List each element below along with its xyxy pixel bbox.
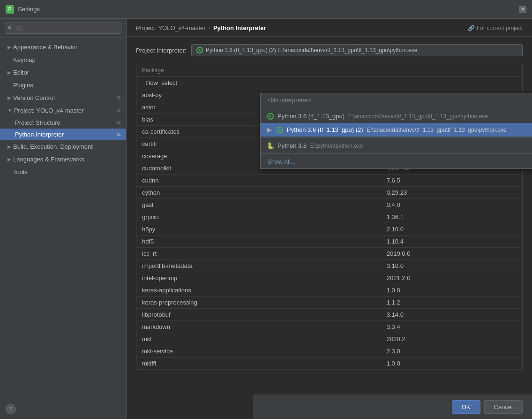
sidebar-item-languages[interactable]: ▶ Languages & Frameworks	[0, 153, 126, 166]
py36-2-label: Python 3.6 (tf_1.13_gpu) (2) E:\anaconda…	[287, 126, 506, 133]
sidebar-item-editor[interactable]: ▶ Editor	[0, 66, 126, 79]
package-name: mkl	[136, 333, 381, 345]
sidebar-item-label: Plugins	[13, 82, 33, 89]
table-row: _tflow_select	[136, 77, 522, 89]
table-row: h5py2.10.0	[136, 223, 522, 236]
breadcrumb-parent: Project: YOLO_v4-master	[136, 24, 206, 31]
table-row: intel-openmp2021.2.0	[136, 272, 522, 284]
sidebar-bottom: ?	[0, 399, 126, 419]
arrow-icon: ▶	[7, 95, 11, 100]
sidebar-item-label: Build, Execution, Deployment	[13, 143, 93, 150]
copy-icon: ⧉	[117, 107, 120, 114]
app-icon: P	[6, 5, 14, 14]
py36-1-label: Python 3.6 (tf_1.13_gpu) E:\anaconda3\en…	[277, 113, 488, 120]
copy-icon: ⧉	[117, 95, 120, 101]
py38-label: Python 3.8 E:\python\python.exe	[277, 142, 363, 149]
interpreter-status-icon	[196, 47, 203, 53]
interpreter-dropdown[interactable]: Python 3.6 (tf_1.13_gpu) (2) E:\anaconda…	[191, 44, 523, 56]
package-name: keras-applications	[136, 284, 381, 297]
package-name: libprotobuf	[136, 309, 381, 321]
sidebar-item-keymap[interactable]: ▶ Keymap	[0, 53, 126, 66]
sidebar-item-label: Appearance & Behavior	[13, 44, 77, 51]
breadcrumb-separator: ›	[209, 24, 210, 31]
sidebar-item-label: Python Interpreter	[15, 131, 64, 138]
package-name: gast	[136, 199, 381, 211]
show-all-button[interactable]: Show All...	[261, 155, 532, 168]
copy-icon: ⧉	[117, 120, 120, 126]
package-name: intel-openmp	[136, 272, 381, 284]
package-version: 0.4.0	[381, 199, 522, 211]
app-title: Settings	[18, 6, 40, 13]
package-version: 1.10.4	[381, 236, 522, 248]
table-row: markdown3.3.4	[136, 321, 522, 333]
sidebar-item-version-control[interactable]: ▶ Version Control ⧉	[0, 91, 126, 104]
sidebar-item-project[interactable]: ▼ Project: YOLO_v4-master ⧉	[0, 104, 126, 117]
package-version	[381, 77, 522, 89]
main-layout: ▶ Appearance & Behavior ▶ Keymap ▶ Edito…	[0, 19, 532, 419]
sidebar-item-tools[interactable]: ▶ Tools	[0, 166, 126, 178]
table-row: mklffi1.0.0	[136, 358, 522, 370]
package-name: _tflow_select	[136, 77, 381, 89]
package-name: markdown	[136, 321, 381, 333]
package-name: icc_rt	[136, 248, 381, 260]
cancel-button[interactable]: Cancel	[484, 400, 523, 414]
package-version: 1.0.0	[381, 358, 522, 370]
package-name: h5py	[136, 223, 381, 236]
table-row: keras-preprocessing1.1.2	[136, 297, 522, 309]
py36-1-status-icon	[267, 113, 274, 120]
sidebar-search-area	[0, 19, 126, 38]
breadcrumb-current: Python Interpreter	[213, 24, 266, 31]
arrow-icon: ▶	[7, 70, 11, 75]
ok-button[interactable]: OK	[452, 400, 480, 414]
package-table-header: Package	[136, 64, 522, 77]
table-row: mkl2020.2	[136, 333, 522, 345]
sidebar-item-label: Tools	[13, 168, 27, 175]
py38-path: E:\python\python.exe	[310, 143, 363, 149]
package-version: 2020.2	[381, 333, 522, 345]
bottom-bar: OK Cancel	[253, 395, 532, 419]
table-row: cython0.29.23	[136, 187, 522, 199]
expand-arrow-icon: ▼	[7, 108, 12, 113]
arrow-icon: ▶	[7, 157, 11, 162]
package-name: cython	[136, 187, 381, 199]
breadcrumb: Project: YOLO_v4-master › Python Interpr…	[127, 19, 532, 37]
content-area: Project: YOLO_v4-master › Python Interpr…	[127, 19, 532, 419]
link-icon: 🔗	[468, 25, 475, 31]
sidebar-item-build[interactable]: ▶ Build, Execution, Deployment	[0, 140, 126, 153]
sidebar-item-plugins[interactable]: ▶ Plugins	[0, 79, 126, 91]
dropdown-item-no-interp[interactable]: <No interpreter>	[261, 93, 532, 107]
dropdown-item-py38[interactable]: 🐍 Python 3.8 E:\python\python.exe	[261, 139, 532, 152]
arrow-icon: ▶	[7, 45, 11, 50]
py36-1-path: E:\anaconda3\envs\tf_1.13_gpu\tf_1.13_gp…	[348, 113, 488, 120]
dropdown-divider-1	[261, 108, 532, 108]
package-name: importlib-metadata	[136, 260, 381, 272]
sidebar-item-label: Project: YOLO_v4-master	[14, 107, 84, 114]
sidebar-item-label: Project Structure	[15, 119, 60, 126]
package-version: 3.3.4	[381, 321, 522, 333]
package-version: 2.10.0	[381, 223, 522, 236]
interpreter-selected-text: Python 3.6 (tf_1.13_gpu) (2) E:\anaconda…	[206, 47, 418, 53]
sidebar-item-label: Editor	[13, 69, 29, 76]
table-row: libprotobuf3.14.0	[136, 309, 522, 321]
table-row: hdf51.10.4	[136, 236, 522, 248]
search-input[interactable]	[5, 23, 121, 34]
package-name: hdf5	[136, 236, 381, 248]
table-row: icc_rt2019.0.0	[136, 248, 522, 260]
close-button[interactable]: ✕	[519, 6, 526, 13]
dropdown-divider-3	[261, 153, 532, 154]
package-name: mkl-service	[136, 345, 381, 358]
table-row: gast0.4.0	[136, 199, 522, 211]
package-version: 3.10.0	[381, 260, 522, 272]
sidebar-item-project-structure[interactable]: Project Structure ⧉	[0, 117, 126, 129]
package-version: 7.6.5	[381, 175, 522, 187]
help-button[interactable]: ?	[6, 404, 16, 414]
package-version: 2021.2.0	[381, 272, 522, 284]
dropdown-item-py36-1[interactable]: Python 3.6 (tf_1.13_gpu) E:\anaconda3\en…	[261, 109, 532, 123]
dropdown-item-py36-2[interactable]: ▶ Python 3.6 (tf_1.13_gpu) (2) E:\anacon…	[261, 123, 532, 137]
table-row: grpcio1.36.1	[136, 211, 522, 223]
selected-arrow-icon: ▶	[267, 126, 272, 133]
sidebar-item-python-interpreter[interactable]: Python Interpreter ⧉	[0, 129, 126, 140]
content-body: Project Interpreter: Python 3.6 (tf_1.13…	[127, 37, 532, 419]
package-version: 2.3.0	[381, 345, 522, 358]
sidebar-item-appearance[interactable]: ▶ Appearance & Behavior	[0, 41, 126, 53]
